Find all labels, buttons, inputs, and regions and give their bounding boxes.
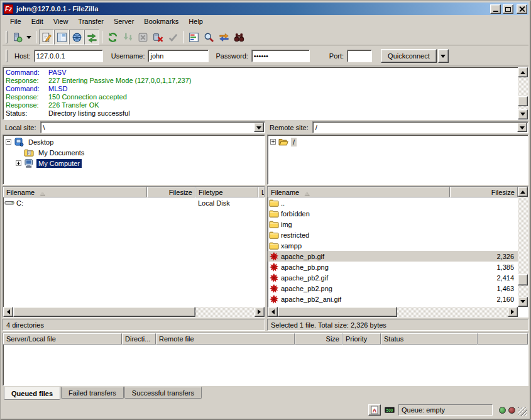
column-header-priority[interactable]: Priority [342,333,381,345]
table-row[interactable]: apache_pb2_ani.gif2,160 [268,294,518,304]
port-input[interactable] [347,50,372,62]
column-header-filesize[interactable]: Filesize [147,187,195,197]
site-manager-dropdown-button[interactable] [25,30,33,45]
menu-transfer[interactable]: Transfer [73,16,109,27]
remote-tree-icon [72,32,82,43]
column-header-server-local-file[interactable]: Server/Local file [3,333,122,345]
table-row[interactable]: C: Local Disk [3,197,265,208]
table-row[interactable]: apache_pb.png1,385 [268,262,518,272]
disconnect-button[interactable] [150,30,165,45]
quickconnect-gripper[interactable] [6,50,8,62]
menu-server[interactable]: Server [109,16,139,27]
table-row[interactable]: restricted [268,229,518,240]
tree-item-my-documents[interactable]: My Documents [3,147,265,158]
tree-item-desktop[interactable]: Desktop [3,136,265,147]
toggle-message-log-button[interactable] [39,30,54,45]
scrollbar-thumb[interactable] [278,307,397,317]
scroll-down-button[interactable] [518,297,528,307]
quickconnect-button[interactable]: Quickconnect [381,49,437,63]
expand-expander-icon[interactable] [16,160,21,166]
table-row[interactable]: img [268,219,518,229]
synchronized-browsing-icon [219,32,229,43]
find-files-button[interactable] [231,30,246,45]
menu-bookmarks[interactable]: Bookmarks [139,16,183,27]
tab-failed-transfers[interactable]: Failed transfers [61,387,124,399]
column-header-direction[interactable]: Directi... [122,333,156,345]
table-row[interactable]: apache_pb2.png1,463 [268,283,518,294]
file-size: 1,463 [450,285,518,292]
combo-dropdown-button[interactable] [517,123,527,132]
scroll-left-button[interactable] [268,307,278,317]
column-header-filename[interactable]: Filename [3,187,147,197]
tree-item-my-computer[interactable]: My Computer [3,158,265,169]
host-input[interactable] [34,50,103,62]
menu-edit[interactable]: Edit [26,16,48,27]
speed-limit-button[interactable]: 500 [383,404,396,416]
column-header-remote-file[interactable]: Remote file [156,333,295,345]
scroll-up-button[interactable] [518,187,528,197]
filename-filters-button[interactable] [201,30,216,45]
combo-dropdown-button[interactable] [254,123,264,132]
table-row[interactable]: .. [268,197,518,208]
toggle-local-tree-button[interactable] [54,30,69,45]
local-horizontal-scrollbar[interactable] [3,307,265,317]
process-queue-button[interactable] [120,30,135,45]
refresh-icon [107,32,118,43]
column-header-filename[interactable]: Filename [268,187,450,197]
file-size: 2,414 [450,274,518,282]
collapse-expander-icon[interactable] [6,139,11,145]
scrollbar-thumb[interactable] [518,96,528,106]
scroll-down-button[interactable] [518,109,528,119]
column-label: Filename [6,189,35,196]
cancel-operation-button[interactable] [135,30,150,45]
menu-view[interactable]: View [48,16,74,27]
column-header-filesize[interactable]: Filesize [450,187,518,197]
toggle-remote-tree-button[interactable] [69,30,84,45]
table-row[interactable]: xampp [268,240,518,251]
scroll-right-button[interactable] [508,307,518,317]
close-button[interactable] [517,4,527,14]
refresh-button[interactable] [105,30,120,45]
column-header-last-modified[interactable]: L [258,187,265,197]
menu-file[interactable]: File [5,16,26,27]
toolbar-gripper[interactable] [6,31,8,43]
scroll-left-button[interactable] [3,307,13,317]
synchronized-browsing-button[interactable] [216,30,231,45]
scrollbar-thumb[interactable] [13,307,195,317]
toggle-transfer-queue-button[interactable] [84,30,99,45]
password-input[interactable] [251,50,310,62]
minimize-button[interactable] [490,4,501,14]
image-file-icon [269,273,279,283]
resize-grip[interactable] [518,407,527,416]
file-name: forbidden [281,210,310,218]
reconnect-button[interactable] [165,30,180,45]
table-row[interactable]: apache_pb2.gif2,414 [268,272,518,283]
maximize-button[interactable] [503,4,513,14]
quickconnect-dropdown-button[interactable] [438,49,449,63]
column-header-filetype[interactable]: Filetype [195,187,258,197]
folder-icon [269,230,279,240]
directory-comparison-button[interactable] [186,30,201,45]
send-activity-led-icon [508,407,515,414]
tree-item-root[interactable]: / [268,136,528,147]
site-manager-button[interactable] [9,30,25,45]
remote-site-combobox[interactable]: / [312,121,528,133]
cancel-icon [138,32,148,43]
column-header-status[interactable]: Status [381,333,478,345]
scroll-right-button[interactable] [255,307,265,317]
log-vertical-scrollbar[interactable] [518,67,528,119]
username-input[interactable] [148,50,209,62]
scroll-up-button[interactable] [518,67,528,77]
tab-queued-files[interactable]: Queued files [4,387,60,400]
column-header-size[interactable]: Size [295,333,342,345]
table-row[interactable]: forbidden [268,208,518,219]
transfer-type-button[interactable]: A [368,404,381,416]
expand-expander-icon[interactable] [270,139,276,145]
remote-vertical-scrollbar[interactable] [518,187,528,307]
tab-successful-transfers[interactable]: Successful transfers [124,387,202,399]
scrollbar-thumb[interactable] [518,274,528,285]
table-row-selected[interactable]: apache_pb.gif2,326 [268,251,518,262]
local-site-combobox[interactable]: \ [40,121,265,133]
menu-help[interactable]: Help [183,16,208,27]
remote-horizontal-scrollbar[interactable] [268,307,518,317]
